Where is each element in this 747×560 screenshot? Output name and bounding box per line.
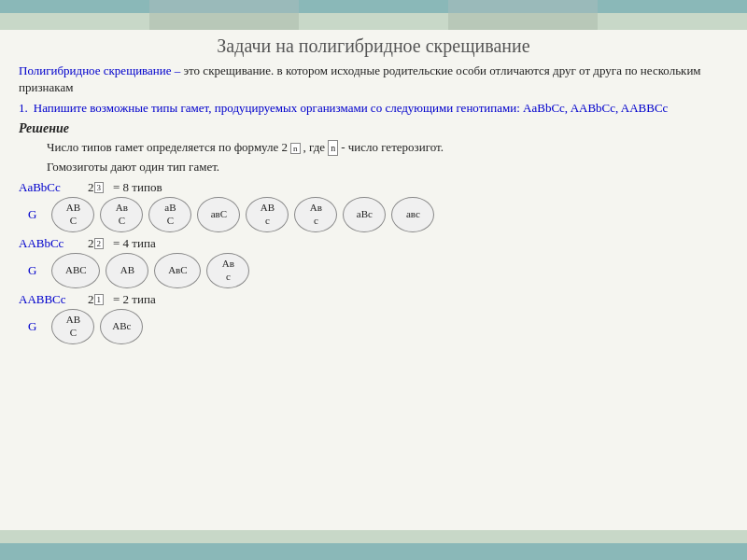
task-section: 1.Напишите возможные типы гамет, продуци…	[19, 100, 728, 117]
homo-text: Гомозиготы дают один тип гамет.	[47, 158, 728, 176]
solution-body: Число типов гамет определяется по формул…	[19, 138, 728, 176]
row2-equals: = 4 типа	[113, 236, 156, 251]
intro-blue: Полигибридное скрещивание –	[19, 63, 184, 77]
top-bar-seg-2	[149, 0, 299, 30]
formula-n-box: n	[328, 140, 338, 156]
row1-power: 3	[94, 182, 105, 193]
intro-text: Полигибридное скрещивание – это скрещива…	[19, 63, 728, 96]
row2-ovals: АВС АВ АвС Авс	[51, 253, 249, 288]
row1-equals: = 8 типов	[113, 180, 162, 195]
oval-1-2: АвС	[100, 197, 143, 232]
row2-genotype: AABbCc	[19, 236, 84, 251]
bottom-decorative-bar	[0, 530, 747, 560]
bottom-bar-seg-4	[448, 530, 598, 560]
row3-power: 1	[94, 294, 105, 305]
oval-2-3: АвС	[154, 253, 201, 288]
bottom-bar-seg-5	[598, 530, 747, 560]
oval-3-2: АВс	[100, 309, 143, 344]
row1-g-ovals: G АВС АвС аВС авС АВс Авс аВс авс	[19, 197, 728, 232]
row2-power: 2	[94, 238, 105, 249]
formula-line: Число типов гамет определяется по формул…	[47, 138, 728, 157]
oval-2-2: АВ	[106, 253, 148, 288]
oval-3-1: АВС	[51, 309, 94, 344]
genotype-row-1: AaBbCc 23 = 8 типов G АВС АвС аВС авС АВ…	[19, 180, 728, 232]
row3-genotype: AABBCc	[19, 292, 84, 307]
row3-equals: = 2 типа	[113, 292, 156, 307]
row3-g-ovals: G АВС АВс	[19, 309, 728, 344]
oval-2-1: АВС	[51, 253, 100, 288]
top-decorative-bar	[0, 0, 747, 30]
oval-2-4: Авс	[206, 253, 249, 288]
formula-text: Число типов гамет определяется по формул…	[47, 138, 288, 157]
genotype-row-2: AABbCc 22 = 4 типа G АВС АВ АвС Авс	[19, 236, 728, 288]
genotype-row-3: AABBCc 21 = 2 типа G АВС АВс	[19, 292, 728, 344]
bottom-bar-seg-3	[299, 530, 448, 560]
task-text: Напишите возможные типы гамет, продуциру…	[34, 101, 669, 115]
oval-1-1: АВС	[51, 197, 94, 232]
row3-top: AABBCc 21 = 2 типа	[19, 292, 728, 307]
oval-1-5: АВс	[246, 197, 289, 232]
top-bar-seg-4	[448, 0, 598, 30]
formula-end: - число гетерозигот.	[341, 138, 444, 157]
oval-1-8: авс	[391, 197, 434, 232]
oval-1-6: Авс	[294, 197, 337, 232]
top-bar-seg-5	[598, 0, 747, 30]
formula-sup: n	[290, 143, 301, 155]
row2-g: G	[28, 263, 36, 278]
formula-mid: , где	[303, 138, 326, 157]
top-bar-seg-1	[0, 0, 149, 30]
oval-1-3: аВС	[148, 197, 191, 232]
page-title: Задачи на полигибридное скрещивание	[19, 35, 728, 57]
row1-g: G	[28, 207, 36, 222]
bottom-bar-seg-1	[0, 530, 149, 560]
top-bar-seg-3	[299, 0, 448, 30]
row1-top: AaBbCc 23 = 8 типов	[19, 180, 728, 195]
row3-ovals: АВС АВс	[51, 309, 143, 344]
main-content: Задачи на полигибридное скрещивание Поли…	[0, 30, 747, 352]
row2-g-ovals: G АВС АВ АвС Авс	[19, 253, 728, 288]
task-number: 1.	[19, 101, 28, 115]
row3-g: G	[28, 319, 36, 334]
bottom-bar-seg-2	[149, 530, 299, 560]
solution-header: Решение	[19, 121, 728, 136]
row1-ovals: АВС АвС аВС авС АВс Авс аВс авс	[51, 197, 434, 232]
oval-1-4: авС	[197, 197, 240, 232]
row1-genotype: AaBbCc	[19, 180, 84, 195]
row2-top: AABbCc 22 = 4 типа	[19, 236, 728, 251]
oval-1-7: аВс	[343, 197, 386, 232]
